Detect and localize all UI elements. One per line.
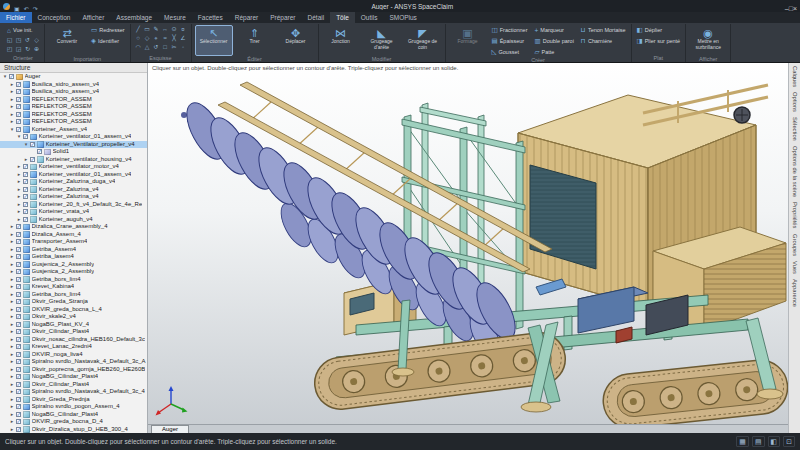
- expander-icon[interactable]: ▾: [9, 126, 15, 134]
- sketch-tool-icon[interactable]: ◠: [134, 43, 143, 52]
- orientation-triad[interactable]: [153, 384, 189, 420]
- visibility-checkbox[interactable]: [16, 112, 21, 117]
- tree-item[interactable]: ▾Auger: [0, 73, 147, 81]
- sketch-tool-icon[interactable]: ¤: [179, 25, 188, 34]
- tree-item[interactable]: ▸OKVIR_greda_bocna_L_4: [0, 306, 147, 314]
- visibility-checkbox[interactable]: [9, 74, 14, 79]
- sketch-tool-icon[interactable]: ✂: [170, 43, 179, 52]
- visibility-checkbox[interactable]: [16, 247, 21, 252]
- visibility-checkbox[interactable]: [16, 262, 21, 267]
- tree-item[interactable]: ▾Korteiner_Assem_v4: [0, 126, 147, 134]
- ribbon-tab-fichier[interactable]: Fichier: [0, 12, 32, 23]
- s-lectionner-button[interactable]: ↖Sélectionner: [195, 25, 233, 56]
- expander-icon[interactable]: ▸: [9, 411, 15, 419]
- tree-item[interactable]: ▸Spiralno svrdlo_Nastavak_4_Default_3c_4: [0, 388, 147, 396]
- side-tab-propri-t-s[interactable]: Propriétés: [789, 202, 800, 228]
- visibility-checkbox[interactable]: [16, 344, 21, 349]
- tree-item[interactable]: ▸Transporter_Assem4: [0, 238, 147, 246]
- visibility-checkbox[interactable]: [23, 209, 28, 214]
- side-tab-groupes[interactable]: Groupes: [789, 234, 800, 256]
- visibility-checkbox[interactable]: [16, 352, 21, 357]
- visibility-checkbox[interactable]: [30, 157, 35, 162]
- expander-icon[interactable]: ▸: [9, 246, 15, 254]
- close-button[interactable]: ×: [793, 5, 797, 12]
- tree-item[interactable]: ▸OKVIR_noga_liva4: [0, 351, 147, 359]
- expander-icon[interactable]: ▸: [9, 351, 15, 359]
- patte-button[interactable]: ▱Patte: [533, 47, 576, 57]
- expander-icon[interactable]: ▸: [9, 306, 15, 314]
- sketch-tool-icon[interactable]: ∠: [179, 34, 188, 43]
- visibility-checkbox[interactable]: [16, 292, 21, 297]
- zoom-extents-icon[interactable]: ⊡: [783, 436, 795, 447]
- plier-sur-pent-button[interactable]: ◨Plier sur penté: [635, 36, 683, 46]
- sketch-tool-icon[interactable]: ↺: [152, 43, 161, 52]
- visibility-checkbox[interactable]: [16, 419, 21, 424]
- visibility-checkbox[interactable]: [16, 397, 21, 402]
- visibility-checkbox[interactable]: [16, 277, 21, 282]
- ribbon-tab-mesure[interactable]: Mesure: [158, 12, 192, 23]
- visibility-checkbox[interactable]: [23, 202, 28, 207]
- visibility-checkbox[interactable]: [16, 89, 21, 94]
- tree-item[interactable]: ▸NogaBG_Cilindar_Plast4: [0, 373, 147, 381]
- visibility-checkbox[interactable]: [23, 172, 28, 177]
- tree-item[interactable]: ▸Korteiner_vrata_v4: [0, 208, 147, 216]
- expander-icon[interactable]: ▸: [9, 403, 15, 411]
- tree-item[interactable]: ▸Okvir_nosac_cilindra_HEB160_Default_3c: [0, 336, 147, 344]
- grugeage-de-coin-button[interactable]: ◤Grugeage de coin: [404, 25, 442, 56]
- tree-item[interactable]: ▸REFLEKTOR_ASSEM: [0, 118, 147, 126]
- expander-icon[interactable]: ▸: [16, 163, 22, 171]
- expander-icon[interactable]: ▸: [16, 208, 22, 216]
- tree-item[interactable]: ▸Gusjenica_2_Assembly: [0, 268, 147, 276]
- visibility-checkbox[interactable]: [37, 149, 42, 154]
- jonction-button[interactable]: ⋈Jonction: [322, 25, 360, 56]
- view-tool-icon[interactable]: ↻: [23, 45, 32, 54]
- expander-icon[interactable]: ▸: [16, 178, 22, 186]
- expander-icon[interactable]: ▸: [9, 343, 15, 351]
- sketch-tool-icon[interactable]: ▭: [143, 25, 152, 34]
- sketch-tool-icon[interactable]: ╳: [170, 34, 179, 43]
- expander-icon[interactable]: ▸: [9, 313, 15, 321]
- visibility-checkbox[interactable]: [16, 97, 21, 102]
- expander-icon[interactable]: ▸: [9, 291, 15, 299]
- expander-icon[interactable]: ▸: [9, 88, 15, 96]
- expander-icon[interactable]: ▸: [9, 103, 15, 111]
- visibility-checkbox[interactable]: [16, 232, 21, 237]
- view-tool-icon[interactable]: ⊕: [32, 45, 41, 54]
- tree-item[interactable]: ▸Okvir_Greda_Prednja: [0, 396, 147, 404]
- tree-item[interactable]: ▸Krevet_Lanac_2redni4: [0, 343, 147, 351]
- fractionner-button[interactable]: ◫Fractionner: [490, 25, 530, 35]
- view-tool-icon[interactable]: ◲: [14, 45, 23, 54]
- expander-icon[interactable]: ▸: [9, 231, 15, 239]
- visibility-checkbox[interactable]: [16, 299, 21, 304]
- visibility-checkbox[interactable]: [16, 404, 21, 409]
- tree-item[interactable]: ▸Dizalica_Assem_4: [0, 231, 147, 239]
- visibility-checkbox[interactable]: [16, 359, 21, 364]
- ribbon-tab-r-parer[interactable]: Réparer: [229, 12, 264, 23]
- sketch-tool-icon[interactable]: ○: [134, 34, 143, 43]
- tree-item[interactable]: ▸Krevet_Kabina4: [0, 283, 147, 291]
- sketch-tool-icon[interactable]: ≈: [161, 34, 170, 43]
- tree-item[interactable]: ▸Korteiner_ventilator_motor_v4: [0, 163, 147, 171]
- ribbon-tab-d-tail[interactable]: Détail: [302, 12, 331, 23]
- tirer-button[interactable]: ⇑Tirer: [236, 25, 274, 56]
- expander-icon[interactable]: ▸: [16, 193, 22, 201]
- sketch-tool-icon[interactable]: □: [161, 43, 170, 52]
- expander-icon[interactable]: ▸: [9, 111, 15, 119]
- tree-item[interactable]: ▸Korteiner_20_ft_v4_Default_3c_4e_Re: [0, 201, 147, 209]
- expander-icon[interactable]: ▸: [9, 366, 15, 374]
- visibility-checkbox[interactable]: [23, 164, 28, 169]
- visibility-checkbox[interactable]: [16, 269, 21, 274]
- expander-icon[interactable]: ▸: [9, 298, 15, 306]
- tree-item[interactable]: Solid1: [0, 148, 147, 156]
- d-placer-button[interactable]: ✥Déplacer: [277, 25, 315, 56]
- expander-icon[interactable]: ▸: [9, 223, 15, 231]
- visibility-checkbox[interactable]: [16, 224, 21, 229]
- expander-icon[interactable]: ▸: [9, 81, 15, 89]
- tree-item[interactable]: ▸Okvir_skale2_v4: [0, 313, 147, 321]
- sketch-tool-icon[interactable]: ↔: [161, 25, 170, 34]
- tree-item[interactable]: ▸Getriba_Assem4: [0, 246, 147, 254]
- tree-item[interactable]: ▸Getriba_lasem4: [0, 253, 147, 261]
- sketch-tool-icon[interactable]: ⌖: [152, 34, 161, 43]
- visibility-checkbox[interactable]: [30, 142, 35, 147]
- tree-item[interactable]: ▸Korteiner_Zaluzina_v4: [0, 193, 147, 201]
